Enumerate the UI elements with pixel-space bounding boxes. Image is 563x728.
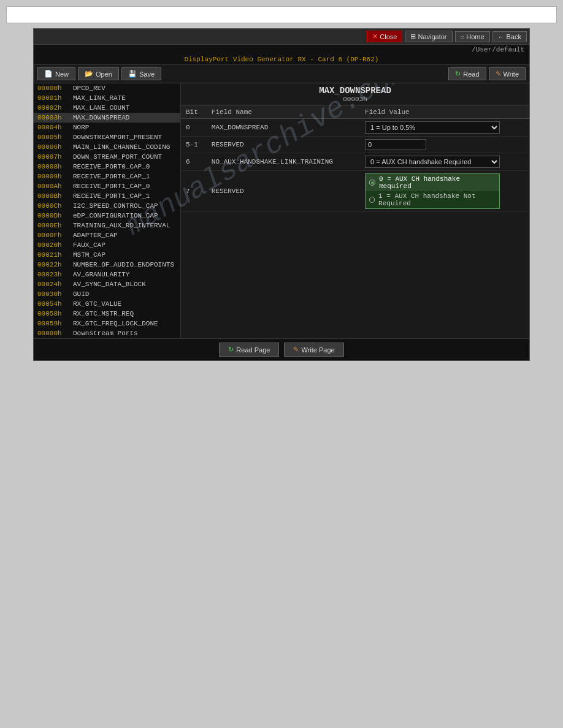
sidebar-name: Downstream Ports bbox=[73, 330, 138, 337]
navigator-button[interactable]: ⊞ Navigator bbox=[405, 31, 452, 42]
read-icon: ↻ bbox=[455, 70, 461, 78]
sidebar-item[interactable]: 00004hNORP bbox=[34, 123, 180, 132]
col-field-name: Field Name bbox=[207, 106, 360, 119]
sidebar-item[interactable]: 0000ChI2C_SPEED_CONTROL_CAP bbox=[34, 201, 180, 211]
sidebar-addr: 0000Bh bbox=[37, 192, 69, 200]
save-button[interactable]: 💾 Save bbox=[121, 67, 161, 80]
sidebar-item[interactable]: 00006hMAIN_LINK_CHANNEL_CODING bbox=[34, 142, 180, 152]
sidebar-addr: 00003h bbox=[37, 114, 69, 121]
sidebar-name: MAX_DOWNSPREAD bbox=[73, 114, 129, 121]
sidebar-addr: 00007h bbox=[37, 153, 69, 161]
sidebar-name: TRAINING_AUX_RD_INTERVAL bbox=[73, 222, 170, 229]
sidebar-name: RECEIVE_PORT0_CAP_1 bbox=[73, 173, 150, 180]
field-name: NO_AUX_HANDSHAKE_LINK_TRAINING bbox=[207, 153, 360, 171]
field-value-dropdown[interactable]: 1 = Up to 0.5% bbox=[365, 121, 500, 134]
path-bar: /User/default bbox=[34, 45, 529, 55]
home-button[interactable]: ⌂ Home bbox=[455, 31, 490, 42]
register-address: 00003h bbox=[183, 96, 527, 103]
home-label: Home bbox=[466, 33, 484, 40]
sidebar-addr: 00023h bbox=[37, 271, 69, 278]
sidebar-item[interactable]: 0000FhADAPTER_CAP bbox=[34, 230, 180, 240]
sidebar-name: AV_SYNC_DATA_BLOCK bbox=[73, 281, 146, 288]
sidebar-item[interactable]: 00021hMSTM_CAP bbox=[34, 250, 180, 260]
sidebar-name: RECEIVE_PORT0_CAP_0 bbox=[73, 163, 150, 170]
sidebar-item[interactable]: 00005hDOWNSTREAMPORT_PRESENT bbox=[34, 132, 180, 142]
read-page-icon: ↻ bbox=[228, 346, 234, 354]
navigator-label: Navigator bbox=[418, 33, 446, 40]
sidebar-addr: 00004h bbox=[37, 124, 69, 131]
sidebar: 00000hDPCD_REV00001hMAX_LINK_RATE00002hM… bbox=[34, 83, 181, 338]
sidebar-name: ADAPTER_CAP bbox=[73, 232, 118, 239]
open-icon: 📂 bbox=[85, 70, 93, 78]
table-row: 5-1RESERVED bbox=[181, 137, 529, 153]
sidebar-addr: 00021h bbox=[37, 251, 69, 259]
sidebar-name: RECEIVE_PORT1_CAP_1 bbox=[73, 192, 150, 200]
col-field-value: Field Value bbox=[360, 106, 529, 119]
close-button[interactable]: ✕ Close bbox=[367, 31, 402, 42]
sidebar-item[interactable]: 00009hRECEIVE_PORT0_CAP_1 bbox=[34, 172, 180, 181]
sidebar-item[interactable]: 0000EhTRAINING_AUX_RD_INTERVAL bbox=[34, 221, 180, 230]
back-icon: ← bbox=[498, 33, 505, 40]
write-page-label: Write Page bbox=[301, 346, 334, 354]
sidebar-addr: 00080h bbox=[37, 330, 69, 337]
write-button[interactable]: ✎ Write bbox=[489, 67, 526, 80]
field-name: RESERVED bbox=[207, 171, 360, 212]
sidebar-item[interactable]: 00030hGUID bbox=[34, 289, 180, 299]
sidebar-item[interactable]: 00007hDOWN_STREAM_PORT_COUNT bbox=[34, 152, 180, 162]
field-value-cell bbox=[360, 137, 529, 153]
table-row: 7RESERVED0 = AUX CH handshake Required1 … bbox=[181, 171, 529, 212]
sidebar-name: MAX_LINK_RATE bbox=[73, 94, 126, 102]
sidebar-addr: 0000Dh bbox=[37, 212, 69, 219]
sidebar-item[interactable]: 0000AhRECEIVE_PORT1_CAP_0 bbox=[34, 181, 180, 191]
sidebar-item[interactable]: 00059hRX_GTC_FREQ_LOCK_DONE bbox=[34, 319, 180, 328]
sidebar-item[interactable]: 00008hRECEIVE_PORT0_CAP_0 bbox=[34, 162, 180, 172]
sidebar-name: FAUX_CAP bbox=[73, 241, 105, 249]
sidebar-item[interactable]: 00020hFAUX_CAP bbox=[34, 240, 180, 250]
content-layout: 00000hDPCD_REV00001hMAX_LINK_RATE00002hM… bbox=[34, 83, 529, 338]
radio-option[interactable]: 0 = AUX CH handshake Required bbox=[366, 174, 499, 191]
radio-circle-icon bbox=[369, 180, 375, 186]
sidebar-addr: 00009h bbox=[37, 173, 69, 180]
sidebar-name: RECEIVE_PORT1_CAP_0 bbox=[73, 183, 150, 190]
sidebar-addr: 00022h bbox=[37, 261, 69, 268]
sidebar-addr: 00001h bbox=[37, 94, 69, 102]
new-button[interactable]: 📄 New bbox=[37, 67, 75, 80]
close-label: Close bbox=[380, 33, 397, 40]
new-icon: 📄 bbox=[44, 70, 53, 78]
sidebar-name: RX_GTC_FREQ_LOCK_DONE bbox=[73, 320, 158, 327]
back-button[interactable]: ← Back bbox=[492, 31, 527, 42]
sidebar-item[interactable]: 00000hDPCD_REV bbox=[34, 83, 180, 93]
write-page-button[interactable]: ✎ Write Page bbox=[284, 343, 343, 357]
field-value-dropdown[interactable]: 0 = AUX CH handshake Required bbox=[365, 156, 500, 168]
read-button[interactable]: ↻ Read bbox=[448, 67, 486, 80]
sidebar-item[interactable]: 00023hAV_GRANULARITY bbox=[34, 270, 180, 279]
read-page-button[interactable]: ↻ Read Page bbox=[219, 343, 279, 357]
field-value-input[interactable] bbox=[365, 139, 426, 150]
field-bit: 5-1 bbox=[181, 137, 207, 153]
sidebar-name: NORP bbox=[73, 124, 89, 131]
radio-option[interactable]: 1 = AUX CH handshake Not Required bbox=[366, 191, 499, 208]
sidebar-item[interactable]: 00080hDownstream Ports bbox=[34, 328, 180, 338]
sidebar-item[interactable]: 00022hNUMBER_OF_AUDIO_ENDPOINTS bbox=[34, 260, 180, 270]
sidebar-item[interactable]: 0000BhRECEIVE_PORT1_CAP_1 bbox=[34, 191, 180, 201]
sidebar-item[interactable]: 00002hMAX_LANE_COUNT bbox=[34, 103, 180, 113]
sidebar-item[interactable]: 0000DheDP_CONFIGURATION_CAP bbox=[34, 211, 180, 221]
sidebar-addr: 00058h bbox=[37, 310, 69, 317]
toolbar: 📄 New 📂 Open 💾 Save ↻ Read ✎ Write bbox=[34, 65, 529, 83]
table-row: 6NO_AUX_HANDSHAKE_LINK_TRAINING0 = AUX C… bbox=[181, 153, 529, 171]
close-icon: ✕ bbox=[372, 32, 378, 40]
main-panel: ✕ Close ⊞ Navigator ⌂ Home ← Back /User/… bbox=[33, 28, 530, 361]
sidebar-item[interactable]: 00003hMAX_DOWNSPREAD bbox=[34, 113, 180, 123]
sidebar-item[interactable]: 00058hRX_GTC_MSTR_REQ bbox=[34, 309, 180, 319]
sidebar-item[interactable]: 00054hRX_GTC_VALUE bbox=[34, 299, 180, 309]
spacer bbox=[181, 212, 529, 338]
bottom-bar: ↻ Read Page ✎ Write Page bbox=[34, 338, 529, 360]
sidebar-item[interactable]: 00024hAV_SYNC_DATA_BLOCK bbox=[34, 279, 180, 289]
sidebar-addr: 00000h bbox=[37, 85, 69, 92]
navigator-icon: ⊞ bbox=[410, 32, 416, 40]
sidebar-name: RX_GTC_VALUE bbox=[73, 300, 121, 308]
open-button[interactable]: 📂 Open bbox=[78, 67, 119, 80]
sidebar-item[interactable]: 00001hMAX_LINK_RATE bbox=[34, 93, 180, 103]
sidebar-addr: 00005h bbox=[37, 134, 69, 141]
sidebar-name: MAIN_LINK_CHANNEL_CODING bbox=[73, 143, 170, 151]
